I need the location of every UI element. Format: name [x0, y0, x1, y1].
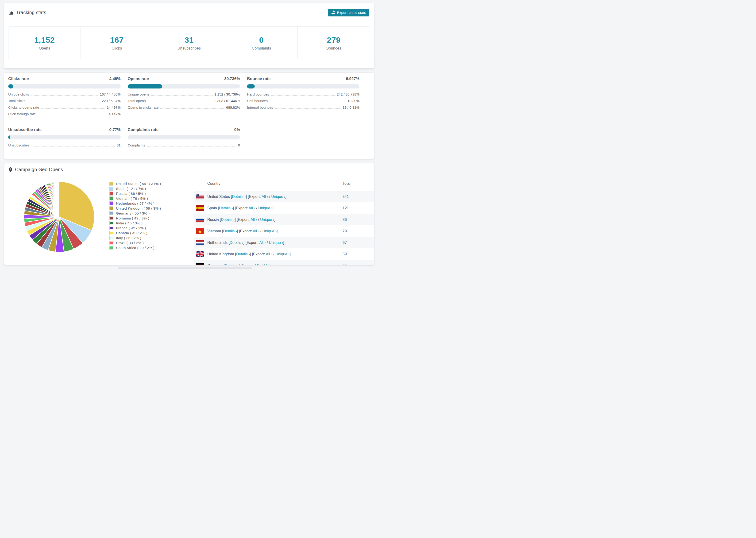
us-flag-icon: [196, 194, 204, 199]
rate-row-label: Unsubscribes: [8, 143, 29, 147]
rate-row-label: Internal bounces: [247, 105, 273, 109]
table-row: Vietnam [Details ›] [Export: All › / Uni…: [194, 225, 374, 237]
legend-item: Romania ( 49 / 3% ): [109, 216, 161, 221]
table-row: United States [Details ›] [Export: All ›…: [194, 191, 374, 202]
export-unique-link[interactable]: Unique ›: [262, 229, 276, 233]
country-cell: United States [Details ›] [Export: All ›…: [207, 194, 343, 199]
campaign-geo-opens-card: Campaign Geo Opens United States ( 541 /…: [4, 163, 374, 265]
rate-panel: Opens rate30.736%Unique opens1,152 / 30.…: [128, 77, 240, 119]
stat-value: 0: [259, 35, 264, 45]
table-row: Spain [Details ›] [Export: All › / Uniqu…: [194, 202, 374, 214]
export-all-link[interactable]: All ›: [254, 264, 261, 265]
export-unique-link[interactable]: Unique ›: [275, 252, 290, 256]
export-unique-link[interactable]: Unique ›: [258, 206, 272, 210]
details-link[interactable]: Details ›: [236, 252, 250, 256]
legend-swatch: [109, 226, 113, 230]
rate-row: Click through rate4.147%: [8, 112, 121, 119]
legend-item: South Africa ( 29 / 2% ): [109, 245, 161, 250]
dotted-leader: [160, 108, 225, 109]
legend-swatch-color: [110, 246, 113, 249]
legend-item: Brazil ( 33 / 2% ): [109, 241, 161, 245]
country-cell: Germany [Details ›] [Export: All › / Uni…: [207, 264, 343, 265]
stat-label: Opens: [39, 46, 50, 50]
export-unique-link[interactable]: Unique ›: [271, 194, 285, 198]
legend-label: Russia ( 86 / 5% ): [116, 191, 146, 196]
rate-row-label: Complaints: [128, 143, 145, 147]
total-cell: 67: [343, 241, 374, 245]
country-cell: Spain [Details ›] [Export: All › / Uniqu…: [207, 206, 343, 210]
export-unique-link[interactable]: Unique ›: [264, 264, 278, 265]
export-all-link[interactable]: All ›: [266, 252, 272, 256]
rate-row-value: 19 / 6.81%: [343, 105, 359, 109]
total-cell: 55: [343, 264, 374, 265]
legend-swatch-color: [110, 197, 113, 200]
legend-label: Spain ( 121 / 7% ): [116, 187, 146, 191]
bottom-scrollbar[interactable]: [118, 267, 252, 269]
export-all-link[interactable]: All ›: [259, 241, 266, 244]
summary-stat: 31Unsubscribes: [153, 27, 225, 59]
legend-swatch-color: [110, 183, 113, 185]
details-link[interactable]: Details ›: [225, 264, 239, 265]
rate-title: Clicks rate: [8, 77, 29, 81]
rate-percent: 30.736%: [224, 77, 240, 81]
rate-rows: Unique opens1,152 / 30.736%Total opens2,…: [128, 92, 240, 112]
stat-value: 1,152: [34, 35, 55, 45]
legend-swatch: [109, 241, 113, 245]
country-cell: Russia [Details ›] [Export: All › / Uniq…: [207, 218, 343, 222]
legend-item: Germany ( 55 / 3% ): [109, 211, 161, 216]
rate-title: Opens rate: [128, 77, 149, 81]
stat-label: Clicks: [112, 46, 122, 50]
legend-swatch: [109, 221, 113, 225]
progress-bar: [128, 135, 240, 139]
details-link[interactable]: Details ›: [219, 206, 233, 210]
details-link[interactable]: Details ›: [230, 241, 243, 244]
details-link[interactable]: Details ›: [221, 218, 235, 222]
country-cell: Netherlands [Details ›] [Export: All › /…: [207, 241, 343, 245]
rate-row-value: 18 / 0%: [348, 99, 359, 103]
export-all-link[interactable]: All ›: [250, 218, 257, 222]
rate-row-value: 31: [117, 143, 121, 147]
summary-stats-row: 1,152Opens167Clicks31Unsubscribes0Compla…: [8, 26, 370, 59]
rate-title-row: Unsubscribe rate0.77%: [8, 128, 121, 132]
legend-label: United Kingdom ( 59 / 3% ): [116, 206, 161, 211]
legend-swatch-color: [110, 222, 113, 224]
rate-row-value: 689.82%: [226, 105, 240, 109]
legend-label: Brazil ( 33 / 2% ): [116, 241, 144, 245]
table-row: Netherlands [Details ›] [Export: All › /…: [194, 237, 374, 248]
details-link[interactable]: Details ›: [223, 229, 237, 233]
rate-percent: 0%: [234, 128, 240, 132]
geo-country-table: Country Total United States [Details ›] …: [194, 176, 374, 265]
rate-row: Unique opens1,152 / 30.736%: [128, 92, 240, 99]
export-basic-stats-button[interactable]: Export basic stats: [328, 9, 369, 17]
nl-flag-icon: [196, 240, 204, 245]
total-cell: 541: [343, 194, 374, 199]
export-all-link[interactable]: All ›: [261, 194, 268, 198]
rate-row: Unsubscribes31: [8, 143, 121, 150]
rate-row: Hard bounces242 / 86.738%: [247, 92, 359, 99]
export-unique-link[interactable]: Unique ›: [260, 218, 274, 222]
rate-percent: 0.77%: [109, 128, 121, 132]
details-link[interactable]: Details ›: [232, 194, 246, 198]
export-all-link[interactable]: All ›: [253, 229, 259, 233]
rate-row: Clicks to opens rate14.497%: [8, 105, 121, 112]
summary-stat: 167Clicks: [81, 27, 153, 59]
export-all-link[interactable]: All ›: [249, 206, 255, 210]
legend-swatch: [109, 191, 113, 195]
rate-row-value: 4.147%: [109, 112, 121, 116]
legend-swatch: [109, 201, 113, 205]
stat-value: 167: [110, 35, 124, 45]
legend-swatch: [109, 231, 113, 235]
legend-swatch-color: [110, 202, 113, 205]
legend-label: South Africa ( 29 / 2% ): [116, 246, 154, 250]
progress-fill: [8, 135, 10, 139]
legend-item: United States ( 541 / 31% ): [109, 181, 161, 186]
export-unique-link[interactable]: Unique ›: [269, 241, 283, 244]
progress-bar: [8, 135, 121, 139]
rate-title: Unsubscribe rate: [8, 128, 41, 132]
rate-row-label: Opens to clicks rate: [128, 105, 159, 109]
tracking-stats-card: Tracking stats Export basic stats 1,152O…: [4, 3, 374, 69]
rate-row-value: 0: [238, 143, 240, 147]
progress-fill: [247, 84, 255, 88]
legend-label: France ( 42 / 2% ): [116, 226, 146, 230]
legend-item: Vietnam ( 79 / 5% ): [109, 196, 161, 201]
